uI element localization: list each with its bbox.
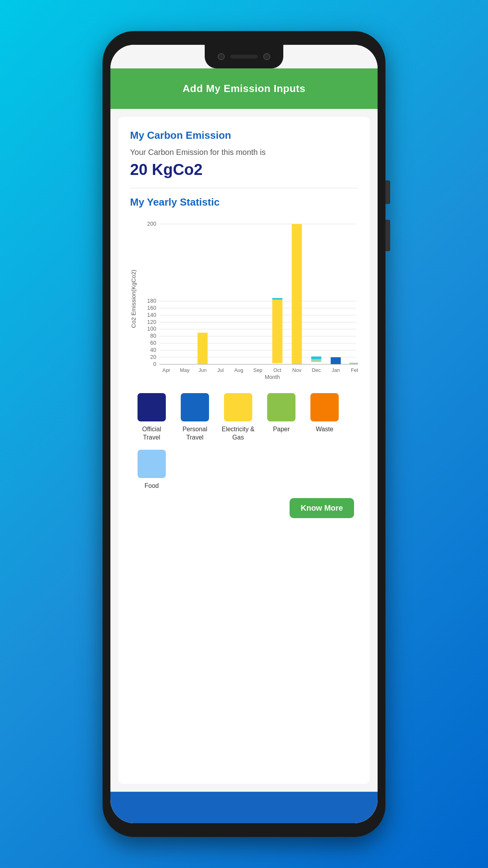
chart-legend: Official TravelPersonal TravelElectricit… [130, 393, 358, 490]
svg-text:80: 80 [150, 333, 156, 339]
svg-text:Dec: Dec [312, 367, 321, 373]
chart-inner: 0 20 40 60 80 100 120 140 160 180 200 [140, 216, 358, 381]
screen-content: Add My Emission Inputs My Carbon Emissio… [110, 45, 378, 792]
legend-color-1 [181, 393, 209, 421]
svg-text:160: 160 [147, 305, 156, 311]
svg-text:Jun: Jun [198, 367, 207, 373]
chart-area: Co2 Emission(KgCo2) [130, 216, 358, 381]
svg-text:Sep: Sep [253, 367, 262, 373]
svg-text:Month: Month [265, 374, 280, 380]
emission-value: 20 KgCo2 [130, 161, 358, 178]
legend-item-2: Electricity & Gas [220, 393, 256, 442]
legend-label-1: Personal Travel [177, 425, 213, 442]
svg-text:200: 200 [147, 221, 156, 227]
legend-item-1: Personal Travel [177, 393, 213, 442]
svg-text:Jul: Jul [217, 367, 224, 373]
chart-container: Co2 Emission(KgCo2) [130, 216, 358, 381]
legend-item-3: Paper [264, 393, 299, 442]
carbon-subtitle: Your Carbon Emission for this month is [130, 148, 358, 157]
bar-sep-yellow [272, 300, 283, 363]
legend-color-4 [310, 393, 339, 421]
svg-text:20: 20 [150, 354, 156, 360]
add-emission-button[interactable]: Add My Emission Inputs [110, 68, 378, 109]
volume-up-button[interactable] [385, 180, 390, 204]
svg-text:Aug: Aug [234, 367, 243, 373]
y-axis-label: Co2 Emission(KgCo2) [130, 270, 137, 328]
chart-svg: 0 20 40 60 80 100 120 140 160 180 200 [140, 216, 358, 380]
sensor-icon [263, 53, 270, 60]
legend-item-4: Waste [307, 393, 342, 442]
svg-text:Oct: Oct [273, 367, 281, 373]
bottom-navigation-bar [110, 792, 378, 823]
bar-dec [331, 357, 341, 364]
camera-icon [218, 53, 225, 60]
svg-text:Feb: Feb [351, 367, 358, 373]
bar-nov-teal [311, 357, 321, 359]
legend-item-0: Official Travel [134, 393, 169, 442]
legend-label-4: Waste [316, 425, 334, 434]
bar-jun [198, 333, 208, 364]
volume-down-button[interactable] [385, 220, 390, 251]
svg-text:100: 100 [147, 326, 156, 332]
svg-text:Nov: Nov [292, 367, 301, 373]
main-card: My Carbon Emission Your Carbon Emission … [118, 117, 370, 784]
legend-item-5: Food [134, 450, 169, 490]
legend-label-5: Food [145, 482, 159, 490]
phone-device: Add My Emission Inputs My Carbon Emissio… [103, 31, 385, 837]
legend-color-5 [138, 450, 166, 478]
svg-text:May: May [180, 367, 190, 373]
svg-text:40: 40 [150, 347, 156, 353]
know-more-row: Know More [130, 490, 358, 522]
bar-oct [292, 224, 302, 364]
legend-label-0: Official Travel [134, 425, 169, 442]
bar-nov-green [311, 359, 321, 362]
svg-text:0: 0 [153, 361, 156, 367]
divider [130, 188, 358, 188]
notch [205, 45, 283, 68]
svg-text:140: 140 [147, 312, 156, 318]
know-more-button[interactable]: Know More [290, 498, 354, 518]
speaker-icon [230, 55, 258, 59]
legend-color-3 [267, 393, 295, 421]
legend-color-0 [138, 393, 166, 421]
legend-label-2: Electricity & Gas [220, 425, 256, 442]
bar-sep-teal [272, 298, 283, 300]
phone-screen: Add My Emission Inputs My Carbon Emissio… [110, 45, 378, 823]
legend-color-2 [224, 393, 252, 421]
svg-text:180: 180 [147, 298, 156, 304]
svg-text:Apr: Apr [162, 367, 171, 373]
svg-text:120: 120 [147, 319, 156, 325]
carbon-section-title: My Carbon Emission [130, 129, 358, 142]
svg-text:60: 60 [150, 340, 156, 346]
legend-label-3: Paper [273, 425, 290, 434]
bar-jan [349, 363, 358, 364]
yearly-section-title: My Yearly Statistic [130, 196, 358, 208]
svg-text:Jan: Jan [332, 367, 340, 373]
